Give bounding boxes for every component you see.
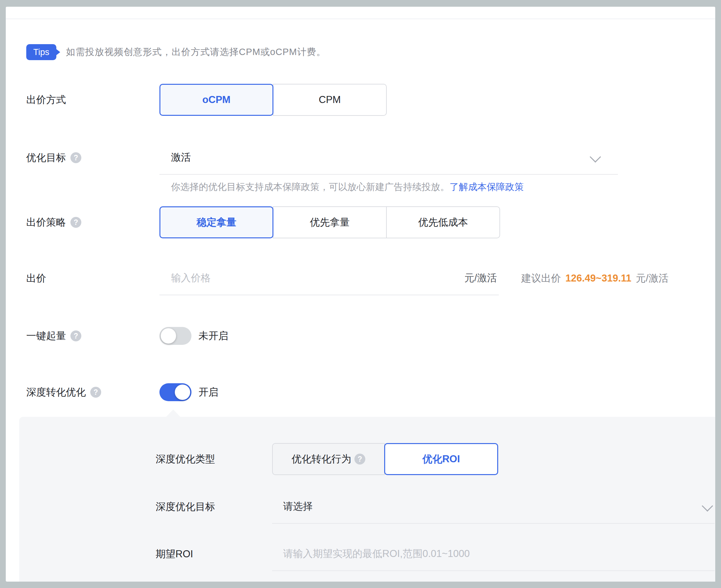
optimization-goal-row: 优化目标 ? 激活 — [6, 141, 715, 175]
bid-method-option-ocpm[interactable]: oCPM — [159, 84, 274, 116]
expected-roi-input[interactable] — [272, 548, 715, 560]
suggested-bid: 建议出价 126.49~319.11 元/激活 — [521, 261, 668, 295]
one-click-boost-state: 未开启 — [199, 327, 228, 345]
one-click-boost-label: 一键起量 ? — [26, 327, 81, 345]
help-icon[interactable]: ? — [355, 454, 365, 464]
help-icon[interactable]: ? — [71, 152, 81, 163]
expected-roi-field — [272, 537, 715, 571]
toggle-knob — [175, 384, 190, 400]
deep-conversion-toggle[interactable] — [159, 383, 192, 401]
bid-method-label: 出价方式 — [26, 84, 66, 116]
one-click-boost-row: 一键起量 ? 未开启 — [6, 327, 715, 345]
deep-opt-goal-row: 深度优化目标 请选择 — [19, 490, 715, 524]
help-icon[interactable]: ? — [71, 217, 81, 228]
one-click-boost-toggle[interactable] — [159, 327, 192, 345]
deep-conversion-row: 深度转化优化 ? 开启 — [6, 383, 715, 401]
bid-price-input[interactable] — [159, 272, 464, 284]
bid-price-field: 元/激活 — [159, 261, 499, 295]
bid-strategy-row: 出价策略 ? 稳定拿量 优先拿量 优先低成本 — [6, 206, 715, 238]
optimization-goal-select[interactable]: 激活 — [159, 141, 618, 175]
deep-opt-goal-select[interactable]: 请选择 — [272, 490, 715, 524]
strategy-option-volume-first[interactable]: 优先拿量 — [273, 206, 387, 238]
bid-price-label: 出价 — [26, 261, 46, 295]
chevron-down-icon — [702, 502, 712, 511]
expected-roi-row: 期望ROI — [19, 537, 715, 571]
deep-opt-type-label: 深度优化类型 — [156, 443, 215, 475]
deep-opt-option-conversion-behavior[interactable]: 优化转化行为 ? — [272, 443, 385, 475]
deep-opt-type-row: 深度优化类型 优化转化行为 ? 优化ROI — [19, 443, 715, 475]
bid-strategy-segment: 稳定拿量 优先拿量 优先低成本 — [159, 206, 500, 238]
top-divider — [6, 19, 715, 19]
deep-opt-option-roi[interactable]: 优化ROI — [384, 443, 498, 475]
cost-guarantee-link[interactable]: 了解成本保障政策 — [449, 181, 524, 193]
bid-method-option-cpm[interactable]: CPM — [273, 84, 387, 116]
help-icon[interactable]: ? — [90, 387, 101, 398]
cost-guarantee-helper: 你选择的优化目标支持成本保障政策，可以放心新建广告持续投放。 了解成本保障政策 — [171, 180, 524, 194]
bid-strategy-label: 出价策略 ? — [26, 206, 81, 238]
deep-optimization-panel: 深度优化类型 优化转化行为 ? 优化ROI 深度优化目标 请选 — [19, 417, 715, 582]
strategy-option-low-cost-first[interactable]: 优先低成本 — [386, 206, 500, 238]
bid-price-unit: 元/激活 — [464, 271, 499, 285]
help-icon[interactable]: ? — [71, 331, 81, 341]
toggle-knob — [161, 328, 176, 343]
deep-opt-goal-label: 深度优化目标 — [156, 490, 215, 524]
tips-badge-label: Tips — [33, 47, 49, 57]
suggested-bid-prefix: 建议出价 — [521, 272, 561, 285]
suggested-bid-range: 126.49~319.11 — [565, 273, 632, 284]
deep-conversion-state: 开启 — [199, 383, 218, 401]
deep-opt-type-segment: 优化转化行为 ? 优化ROI — [272, 443, 498, 475]
tips-badge: Tips — [26, 44, 56, 60]
screenshot-frame: Tips 如需投放视频创意形式，出价方式请选择CPM或oCPM计费。 出价方式 … — [0, 0, 721, 588]
bid-price-row: 出价 元/激活 建议出价 126.49~319.11 元/激活 — [6, 261, 715, 295]
bid-method-row: 出价方式 oCPM CPM — [6, 84, 715, 116]
optimization-goal-value: 激活 — [159, 151, 191, 164]
bid-method-segment: oCPM CPM — [159, 84, 387, 116]
deep-conversion-label: 深度转化优化 ? — [26, 383, 101, 401]
tips-text: 如需投放视频创意形式，出价方式请选择CPM或oCPM计费。 — [66, 46, 326, 59]
strategy-option-stable[interactable]: 稳定拿量 — [159, 206, 274, 238]
expected-roi-label: 期望ROI — [156, 537, 193, 571]
tips-row: Tips 如需投放视频创意形式，出价方式请选择CPM或oCPM计费。 — [26, 44, 326, 60]
optimization-goal-label: 优化目标 ? — [26, 141, 81, 175]
suggested-bid-unit: 元/激活 — [636, 272, 668, 285]
bid-settings-card: Tips 如需投放视频创意形式，出价方式请选择CPM或oCPM计费。 出价方式 … — [6, 7, 715, 582]
deep-opt-goal-value: 请选择 — [272, 500, 313, 513]
chevron-down-icon — [590, 153, 600, 162]
